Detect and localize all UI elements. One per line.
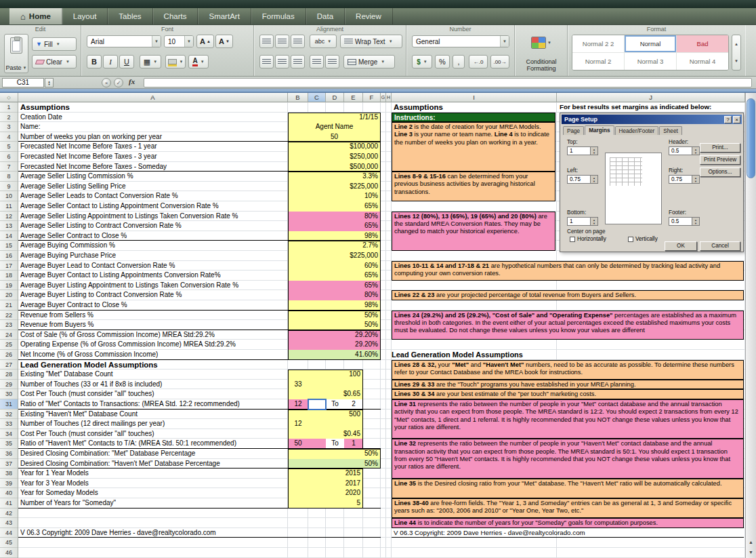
insert-function-button[interactable]: fx [129, 77, 135, 85]
row-header-15[interactable]: 15 [0, 241, 18, 251]
tab-smartart[interactable]: SmartArt [198, 8, 251, 24]
align-right-button[interactable] [291, 55, 305, 68]
accept-icon[interactable]: ✓ [114, 78, 123, 87]
cell-label-row-8[interactable]: Average Seller Listing Commission % [20, 172, 287, 182]
cell-value-row-24[interactable]: 29.20% [288, 330, 381, 340]
column-header-B[interactable]: B [288, 93, 308, 102]
align-left-button[interactable] [259, 55, 274, 68]
cell-value-row-30[interactable]: $0.65 [288, 389, 363, 399]
row-header-44[interactable]: 44 [0, 528, 18, 538]
increase-indent-button[interactable] [325, 55, 339, 68]
cell-B35[interactable]: 50 [288, 439, 308, 449]
row-header-4[interactable]: 4 [0, 132, 18, 142]
row-header-9[interactable]: 9 [0, 182, 18, 192]
cell-label-row-37[interactable]: Desired Closing Combination: "Haven't Me… [20, 459, 287, 469]
formula-input[interactable] [144, 78, 752, 87]
style-normal[interactable]: Normal [625, 35, 677, 53]
row-header-25[interactable]: 25 [0, 340, 18, 350]
cell-value-row-38[interactable]: 2015 [288, 469, 363, 479]
wrap-text-button[interactable]: Wrap Text▼ [340, 35, 402, 48]
cell-value-row-22[interactable]: 50% [288, 311, 381, 321]
style-normal-4[interactable]: Normal 4 [677, 53, 729, 71]
cell-D35[interactable]: To [326, 439, 344, 449]
align-middle-button[interactable] [275, 35, 289, 48]
cell-value-row-34[interactable]: $0.45 [288, 429, 363, 439]
row-header-39[interactable]: 39 [0, 479, 18, 489]
cell-value-row-12[interactable]: 80% [288, 212, 381, 222]
cell-label-row-24[interactable]: Cost of Sale (% of Gross Commission Inco… [20, 330, 287, 340]
align-bottom-button[interactable] [291, 35, 305, 48]
fill-color-button[interactable]: ▼ [165, 55, 186, 68]
text-orientation-button[interactable]: abc▼ [310, 35, 337, 48]
name-box[interactable]: C31 [2, 78, 44, 87]
tab-home[interactable]: ⌂Home [9, 8, 62, 24]
row-header-36[interactable]: 36 [0, 449, 18, 459]
tab-data[interactable]: Data [306, 8, 345, 24]
cell-label-row-41[interactable]: Number of Years for "Someday" [20, 498, 287, 509]
row-header-19[interactable]: 19 [0, 281, 18, 291]
cell-label-row-38[interactable]: Year for 1 Year Models [20, 469, 287, 479]
cell-label-row-10[interactable]: Average Seller Leads to Contact Conversi… [20, 191, 287, 201]
column-header-F[interactable]: F [363, 93, 381, 102]
merge-button[interactable]: Merge▼ [343, 55, 395, 68]
underline-button[interactable]: U [119, 55, 134, 68]
cell-value-row-9[interactable]: $225,000 [288, 182, 381, 192]
cell-label-row-3[interactable]: Name: [20, 122, 287, 132]
cell-label-row-40[interactable]: Year for Someday Models [20, 488, 287, 498]
tab-charts[interactable]: Charts [153, 8, 198, 24]
cell-label-row-9[interactable]: Average Seller Listing Selling Price [20, 182, 287, 192]
cell-label-row-14[interactable]: Average Seller Contract to Close % [20, 231, 287, 241]
row-header-1[interactable]: 1 [0, 102, 18, 113]
row-header-17[interactable]: 17 [0, 261, 18, 271]
cell-D31[interactable]: To [326, 399, 344, 410]
cell-value-row-13[interactable]: 65% [288, 221, 381, 231]
cell-label-row-1[interactable]: Assumptions [20, 102, 373, 113]
cell-value-row-17[interactable]: 60% [288, 261, 381, 271]
italic-button[interactable]: I [103, 55, 118, 68]
style-normal-2[interactable]: Normal 2 [572, 53, 625, 71]
decrease-decimal-button[interactable]: .00→ [490, 55, 509, 68]
row-header-12[interactable]: 12 [0, 212, 18, 222]
cell-E35[interactable]: 1 [344, 439, 363, 449]
cell-value-row-15[interactable]: 2.7% [288, 241, 381, 251]
cell-value-row-6[interactable]: $250,000 [288, 152, 381, 162]
cell-label-row-23[interactable]: Revenue from Buyers % [20, 320, 287, 330]
conditional-formatting-button[interactable]: ▼ ConditionalFormatting [518, 33, 565, 74]
font-name-select[interactable]: Arial ▼ [87, 35, 161, 47]
increase-decimal-button[interactable]: ←.0 [469, 55, 488, 68]
cell-label-row-44[interactable]: V 06.3 Copyright: 2009 Dave Herries - da… [20, 528, 287, 538]
cell-value-row-29[interactable]: 33 [288, 380, 308, 390]
cell-B31[interactable]: 12 [288, 399, 308, 410]
cell-value-row-3[interactable]: Agent Name [288, 122, 381, 132]
row-header-37[interactable]: 37 [0, 459, 18, 469]
row-header-31[interactable]: 31 [0, 399, 18, 410]
cell-value-row-39[interactable]: 2017 [288, 479, 363, 489]
cell-E31[interactable]: 2 [344, 399, 363, 410]
row-header-27[interactable]: 27 [0, 360, 18, 370]
row-header-38[interactable]: 38 [0, 469, 18, 479]
cell-C35[interactable] [308, 439, 326, 449]
scroll-down-arrow[interactable]: ▼ [746, 547, 756, 557]
scrollbar-thumb[interactable] [747, 98, 755, 178]
row-header-41[interactable]: 41 [0, 498, 18, 509]
clear-button[interactable]: Clear ▼ [32, 55, 77, 68]
row-header-45[interactable]: 45 [0, 538, 18, 548]
row-header-14[interactable]: 14 [0, 231, 18, 241]
cell-label-row-18[interactable]: Average Buyer Contact to Listing Appoint… [20, 271, 287, 281]
row-header-18[interactable]: 18 [0, 271, 18, 281]
cell-value-row-4[interactable]: 50 [288, 132, 381, 142]
cell-value-row-19[interactable]: 65% [288, 281, 381, 291]
style-bad[interactable]: Bad [677, 35, 729, 53]
tab-formulas[interactable]: Formulas [251, 8, 306, 24]
tab-tables[interactable]: Tables [108, 8, 152, 24]
row-header-11[interactable]: 11 [0, 201, 18, 212]
cell-label-row-27[interactable]: Lead Generation Model Assumptions [20, 360, 373, 370]
row-header-34[interactable]: 34 [0, 429, 18, 439]
bold-button[interactable]: B [87, 55, 102, 68]
row-header-28[interactable]: 28 [0, 370, 18, 380]
cell-value-row-2[interactable]: 1/1/15 [288, 113, 381, 123]
cell-label-row-25[interactable]: Operating Expense (% of Gross Commission… [20, 340, 287, 350]
cell-label-row-11[interactable]: Average Seller Contact to Listing Appoin… [20, 201, 287, 212]
borders-button[interactable]: ▦▼ [140, 55, 161, 68]
row-header-10[interactable]: 10 [0, 191, 18, 201]
